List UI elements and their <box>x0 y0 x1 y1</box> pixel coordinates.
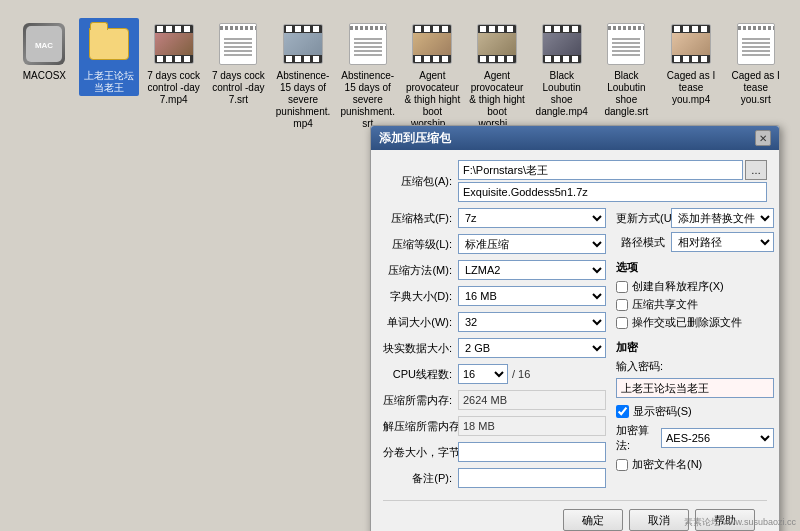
file-icon-abstinence-srt <box>344 20 392 68</box>
file-icon-agent2-mp4 <box>473 20 521 68</box>
file-item-folder[interactable]: 上老王论坛当老王 <box>79 18 140 96</box>
file-item-macosx[interactable]: MAC MACOSX <box>14 18 75 84</box>
folder-icon <box>89 28 129 60</box>
archive-path-input[interactable] <box>458 160 743 180</box>
video-icon-3 <box>412 24 452 64</box>
method-select[interactable]: LZMA2 <box>458 260 606 280</box>
cancel-button[interactable]: 取消 <box>629 509 689 531</box>
algo-select[interactable]: AES-256 <box>661 428 774 448</box>
file-icon-black-mp4 <box>538 20 586 68</box>
format-select[interactable]: 7z <box>458 208 606 228</box>
file-item-abstinence-mp4[interactable]: Abstinence- 15 days of severe punishment… <box>273 18 334 132</box>
svg-text:MAC: MAC <box>35 41 53 50</box>
file-label-caged-srt: Caged as I tease you.srt <box>727 70 784 106</box>
format-label: 压缩格式(F): <box>383 211 458 226</box>
dialog-right-col: 更新方式(U): 添加并替换文件 路径模式 相对路径 选项 <box>616 208 774 494</box>
cb2-checkbox[interactable] <box>616 299 628 311</box>
show-pwd-label: 显示密码(S) <box>633 404 692 419</box>
dialog-close-button[interactable]: ✕ <box>755 130 771 146</box>
mem-compress-value: 2624 MB <box>458 390 606 410</box>
file-item-abstinence-srt[interactable]: Abstinence- 15 days of severe punishment… <box>337 18 398 132</box>
file-label-macosx: MACOSX <box>23 70 66 82</box>
dict-select[interactable]: 16 MB <box>458 286 606 306</box>
file-item-cock-mp4[interactable]: 7 days cock control -day 7.mp4 <box>143 18 204 108</box>
file-item-cock-srt[interactable]: 7 days cock control -day 7.srt <box>208 18 269 108</box>
file-item-black-mp4[interactable]: Black Loubutin shoe dangle.mp4 <box>531 18 592 120</box>
dialog-title: 添加到压缩包 <box>379 130 451 147</box>
encrypt-files-checkbox[interactable] <box>616 459 628 471</box>
word-select[interactable]: 32 <box>458 312 606 332</box>
cb2-row: 压缩共享文件 <box>616 297 774 312</box>
archive-file-input[interactable] <box>458 182 767 202</box>
notebook-icon-4 <box>737 23 775 65</box>
file-icon-macosx: MAC <box>20 20 68 68</box>
path-select[interactable]: 相对路径 <box>671 232 774 252</box>
file-item-caged-mp4[interactable]: Caged as I tease you.mp4 <box>661 18 722 108</box>
update-row: 更新方式(U): 添加并替换文件 <box>616 208 774 228</box>
path-label: 路径模式 <box>616 235 671 250</box>
watermark: 素素论坛 www.susubaozi.cc <box>684 516 796 529</box>
video-icon-6 <box>671 24 711 64</box>
method-row: 压缩方法(M): LZMA2 <box>383 260 606 280</box>
file-label-black-mp4: Black Loubutin shoe dangle.mp4 <box>533 70 590 118</box>
block-select[interactable]: 2 GB <box>458 338 606 358</box>
encrypt-files-label: 加密文件名(N) <box>632 457 702 472</box>
split-input[interactable] <box>458 442 606 462</box>
cb3-row: 操作交或已删除源文件 <box>616 315 774 330</box>
archive-browse-button[interactable]: … <box>745 160 767 180</box>
dialog-columns: 压缩格式(F): 7z 压缩等级(L): 标准压缩 压缩 <box>383 208 767 494</box>
file-icons-row: MAC MACOSX 上老王论坛当老王 7 days cock con <box>10 10 790 140</box>
encryption-section: 加密 输入密码: 显示密码(S) 加密算法: AES-256 <box>616 340 774 472</box>
macos-icon: MAC <box>23 23 65 65</box>
video-icon-2 <box>283 24 323 64</box>
format-row: 压缩格式(F): 7z <box>383 208 606 228</box>
word-label: 单词大小(W): <box>383 315 458 330</box>
notes-row: 备注(P): <box>383 468 606 488</box>
update-label: 更新方式(U): <box>616 211 671 226</box>
file-icon-abstinence-mp4 <box>279 20 327 68</box>
file-label-abstinence-srt: Abstinence- 15 days of severe punishment… <box>339 70 396 130</box>
file-item-caged-srt[interactable]: Caged as I tease you.srt <box>725 18 786 108</box>
file-label-agent2-mp4: Agent provocateur & thigh hight boot wor… <box>469 70 526 130</box>
notes-input[interactable] <box>458 468 606 488</box>
file-item-agent2-mp4[interactable]: Agent provocateur & thigh hight boot wor… <box>467 18 528 132</box>
ok-button[interactable]: 确定 <box>563 509 623 531</box>
encrypt-input-label: 输入密码: <box>616 359 774 374</box>
algo-row: 加密算法: AES-256 <box>616 423 774 453</box>
compress-dialog: 添加到压缩包 ✕ 压缩包(A): … <box>370 125 780 531</box>
file-label-folder: 上老王论坛当老王 <box>81 70 138 94</box>
cb1-checkbox[interactable] <box>616 281 628 293</box>
file-label-abstinence-mp4: Abstinence- 15 days of severe punishment… <box>275 70 332 130</box>
level-select[interactable]: 标准压缩 <box>458 234 606 254</box>
video-icon-4 <box>477 24 517 64</box>
file-label-black-srt: Black Loubutin shoe dangle.srt <box>598 70 655 118</box>
password-input[interactable] <box>616 378 774 398</box>
file-icon-agent-mp4 <box>408 20 456 68</box>
archive-row: 压缩包(A): … <box>383 160 767 202</box>
file-icon-cock-srt <box>214 20 262 68</box>
cpu-row: CPU线程数: 16 / 16 <box>383 364 606 384</box>
level-label: 压缩等级(L): <box>383 237 458 252</box>
options-section-title: 选项 <box>616 260 774 275</box>
notebook-icon <box>219 23 257 65</box>
file-label-caged-mp4: Caged as I tease you.mp4 <box>663 70 720 106</box>
show-pwd-checkbox[interactable] <box>616 405 629 418</box>
mem-compress-row: 压缩所需内存: 2624 MB <box>383 390 606 410</box>
archive-label: 压缩包(A): <box>383 174 458 189</box>
encrypt-files-row: 加密文件名(N) <box>616 457 774 472</box>
file-label-cock-srt: 7 days cock control -day 7.srt <box>210 70 267 106</box>
block-label: 块实数据大小: <box>383 341 458 356</box>
word-row: 单词大小(W): 32 <box>383 312 606 332</box>
file-icon-cock-mp4 <box>150 20 198 68</box>
file-item-black-srt[interactable]: Black Loubutin shoe dangle.srt <box>596 18 657 120</box>
file-item-agent-mp4[interactable]: Agent provocateur & thigh hight boot wor… <box>402 18 463 132</box>
cb3-checkbox[interactable] <box>616 317 628 329</box>
file-label-agent-mp4: Agent provocateur & thigh hight boot wor… <box>404 70 461 130</box>
update-select[interactable]: 添加并替换文件 <box>671 208 774 228</box>
cpu-select[interactable]: 16 <box>458 364 508 384</box>
notebook-icon-2 <box>349 23 387 65</box>
mem-decompress-value: 18 MB <box>458 416 606 436</box>
algo-label: 加密算法: <box>616 423 661 453</box>
notebook-icon-3 <box>607 23 645 65</box>
dict-row: 字典大小(D): 16 MB <box>383 286 606 306</box>
